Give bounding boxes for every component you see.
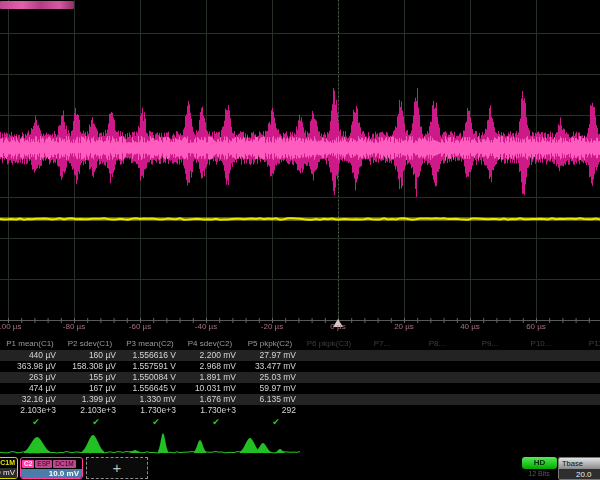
c2-channel-badge: C2 <box>22 460 34 468</box>
measurement-table-body: 440 µV160 µV1.556616 V2.200 mV27.97 mV36… <box>0 350 600 416</box>
time-axis-label: 0 µs <box>330 322 345 331</box>
param-value: 1.730e+3 <box>180 405 236 416</box>
measurement-table-header: P1 mean(C1)P2 sdev(C1)P3 mean(C2)P4 sdev… <box>0 338 600 350</box>
param-value: 1.330 mV <box>120 394 176 405</box>
param-value: 158.308 µV <box>60 361 116 372</box>
param-header[interactable]: P5 pkpk(C2) <box>240 338 300 350</box>
param-value: 2.103e+3 <box>0 405 56 416</box>
param-value: 363.98 µV <box>0 361 56 372</box>
param-value: 33.477 mV <box>240 361 296 372</box>
param-value: 2.103e+3 <box>60 405 116 416</box>
param-value: 2.200 mV <box>180 350 236 361</box>
hd-mode-badge[interactable]: HD <box>522 457 557 469</box>
param-value: 292 <box>240 405 296 416</box>
param-value: 1.399 µV <box>60 394 116 405</box>
table-row: 2.103e+32.103e+31.730e+31.730e+3292 <box>0 405 600 416</box>
channel-c2-descriptor[interactable]: C2 ESP DC1M 10.0 mV <box>20 457 83 479</box>
time-axis-label: -40 µs <box>195 322 217 331</box>
measurement-table: P1 mean(C1)P2 sdev(C1)P3 mean(C2)P4 sdev… <box>0 338 600 429</box>
param-value: 155 µV <box>60 372 116 383</box>
bit-resolution-label: 12 Bits <box>514 470 564 477</box>
param-value: 25.03 mV <box>240 372 296 383</box>
c1-scale-value: 0 mV <box>0 468 17 478</box>
measurement-status-row: ✔✔✔✔✔ <box>0 416 600 429</box>
table-row: 474 µV167 µV1.556645 V10.031 mV59.97 mV <box>0 383 600 394</box>
table-row: 32.16 µV1.399 µV1.330 mV1.676 mV6.135 mV <box>0 394 600 405</box>
param-status-check-icon: ✔ <box>186 416 246 429</box>
param-header[interactable]: P1 mean(C1) <box>0 338 60 350</box>
timebase-value: 20.0 <box>559 469 600 480</box>
c1-coupling-label: C1M <box>0 458 17 468</box>
c2-scale-value: 10.0 mV <box>21 469 82 479</box>
param-header-inactive[interactable]: P10... <box>531 338 552 350</box>
param-header-inactive[interactable]: P6 pkpk(C3) <box>307 338 351 350</box>
oscilloscope-screen: -100 µs-80 µs-60 µs-40 µs-20 µs0 µs20 µs… <box>0 0 600 480</box>
table-row: 363.98 µV158.308 µV1.557591 V2.968 mV33.… <box>0 361 600 372</box>
param-header-inactive[interactable]: P9... <box>482 338 498 350</box>
param-value: 1.891 mV <box>180 372 236 383</box>
param-value: 1.557591 V <box>120 361 176 372</box>
table-row: 440 µV160 µV1.556616 V2.200 mV27.97 mV <box>0 350 600 361</box>
time-axis-label: 60 µs <box>526 322 546 331</box>
c2-esp-badge: ESP <box>35 460 52 468</box>
param-value: 160 µV <box>60 350 116 361</box>
param-status-check-icon: ✔ <box>66 416 126 429</box>
param-value: 167 µV <box>60 383 116 394</box>
param-value: 6.135 mV <box>240 394 296 405</box>
param-value: 32.16 µV <box>0 394 56 405</box>
param-value: 10.031 mV <box>180 383 236 394</box>
param-status-check-icon: ✔ <box>6 416 66 429</box>
timebase-descriptor[interactable]: Tbase 20.0 <box>558 457 600 480</box>
param-value: 474 µV <box>0 383 56 394</box>
param-value: 1.556616 V <box>120 350 176 361</box>
time-axis-label: 20 µs <box>394 322 414 331</box>
param-value: 1.676 mV <box>180 394 236 405</box>
c2-coupling-badge: DC1M <box>53 460 75 468</box>
param-value: 1.550084 V <box>120 372 176 383</box>
param-value: 1.556645 V <box>120 383 176 394</box>
channel-c1-descriptor[interactable]: C1M 0 mV <box>0 457 18 479</box>
param-value: 263 µV <box>0 372 56 383</box>
table-row: 263 µV155 µV1.550084 V1.891 mV25.03 mV <box>0 372 600 383</box>
param-header-inactive[interactable]: P7... <box>374 338 390 350</box>
timebase-title: Tbase <box>559 458 600 469</box>
param-status-check-icon: ✔ <box>246 416 306 429</box>
param-value: 27.97 mV <box>240 350 296 361</box>
time-axis-label: -80 µs <box>63 322 85 331</box>
add-trace-button[interactable]: + <box>86 457 148 479</box>
time-axis-label: -100 µs <box>0 322 21 331</box>
param-value: 1.730e+3 <box>120 405 176 416</box>
param-header[interactable]: P2 sdev(C1) <box>60 338 120 350</box>
param-value: 59.97 mV <box>240 383 296 394</box>
param-header[interactable]: P3 mean(C2) <box>120 338 180 350</box>
time-axis-label: -60 µs <box>129 322 151 331</box>
param-value: 2.968 mV <box>180 361 236 372</box>
param-header-inactive[interactable]: P8... <box>429 338 445 350</box>
time-axis-label: 40 µs <box>460 322 480 331</box>
trace-annotation-smudge <box>0 1 74 9</box>
param-status-check-icon: ✔ <box>126 416 186 429</box>
param-value: 440 µV <box>0 350 56 361</box>
param-header-inactive[interactable]: P11... <box>589 338 600 350</box>
plus-icon: + <box>113 459 122 476</box>
time-axis-label: -20 µs <box>261 322 283 331</box>
param-header[interactable]: P4 sdev(C2) <box>180 338 240 350</box>
